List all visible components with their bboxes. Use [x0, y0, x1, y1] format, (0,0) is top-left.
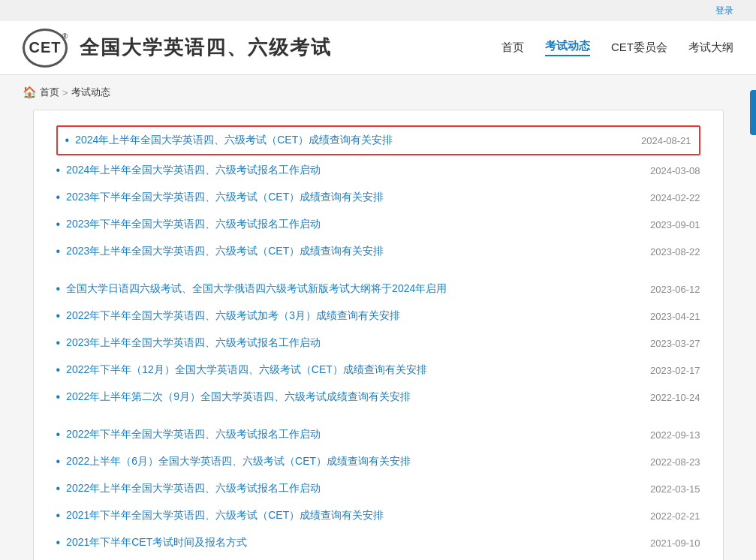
bullet-icon: •	[56, 283, 61, 295]
article-link[interactable]: 2023年上半年全国大学英语四、六级考试报名工作启动	[66, 336, 321, 350]
header-left: CET 全国大学英语四、六级考试	[23, 29, 332, 68]
login-link[interactable]: 登录	[715, 5, 733, 17]
article-link[interactable]: 2023年下半年全国大学英语四、六级考试（CET）成绩查询有关安排	[66, 191, 384, 204]
article-item-left: •2023年上半年全国大学英语四、六级考试（CET）成绩查询有关安排	[56, 245, 636, 258]
article-link[interactable]: 2022年下半年全国大学英语四、六级考试加考（3月）成绩查询有关安排	[66, 309, 400, 323]
article-item-left: •2022年下半年（12月）全国大学英语四、六级考试（CET）成绩查询有关安排	[56, 363, 636, 377]
nav-syllabus[interactable]: 考试大纲	[688, 41, 733, 55]
article-date: 2022-02-21	[650, 510, 700, 522]
nav-exam-news[interactable]: 考试动态	[545, 39, 590, 56]
site-title: 全国大学英语四、六级考试	[80, 35, 332, 61]
list-item: •2021年下半年CET考试时间及报名方式2021-09-10	[56, 529, 700, 556]
article-link[interactable]: 2021年下半年全国大学英语四、六级考试（CET）成绩查询有关安排	[66, 509, 384, 522]
article-item: •2022上半年（6月）全国大学英语四、六级考试（CET）成绩查询有关安排202…	[56, 448, 700, 475]
nav-home[interactable]: 首页	[501, 41, 524, 55]
bullet-icon: •	[56, 429, 61, 441]
article-link[interactable]: 2022年上半年第二次（9月）全国大学英语四、六级考试成绩查询有关安排	[66, 390, 411, 404]
article-date: 2022-09-13	[650, 429, 700, 441]
article-item-left: •2024年上半年全国大学英语四、六级考试报名工作启动	[56, 164, 636, 177]
article-list: •2024年上半年全国大学英语四、六级考试（CET）成绩查询有关安排2024-0…	[56, 125, 700, 556]
main-nav: 首页 考试动态 CET委员会 考试大纲	[501, 39, 733, 56]
article-link[interactable]: 2024年上半年全国大学英语四、六级考试报名工作启动	[66, 164, 321, 177]
list-item: •2023年上半年全国大学英语四、六级考试（CET）成绩查询有关安排2023-0…	[56, 238, 700, 265]
bullet-icon: •	[56, 310, 61, 322]
article-link[interactable]: 2022年下半年全国大学英语四、六级考试报名工作启动	[66, 428, 321, 441]
article-item-left: •2021年下半年CET考试时间及报名方式	[56, 536, 636, 549]
article-link[interactable]: 2023年上半年全国大学英语四、六级考试（CET）成绩查询有关安排	[66, 245, 384, 258]
article-item: •2022年上半年第二次（9月）全国大学英语四、六级考试成绩查询有关安排2022…	[56, 384, 700, 411]
list-item: •2021年下半年全国大学英语四、六级考试（CET）成绩查询有关安排2022-0…	[56, 502, 700, 529]
list-item: •2022年下半年全国大学英语四、六级考试加考（3月）成绩查询有关安排2023-…	[56, 303, 700, 330]
article-date: 2024-02-22	[650, 192, 700, 203]
article-link[interactable]: 2022上半年（6月）全国大学英语四、六级考试（CET）成绩查询有关安排	[66, 455, 411, 468]
article-item-left: •2022上半年（6月）全国大学英语四、六级考试（CET）成绩查询有关安排	[56, 455, 636, 468]
group-divider	[56, 265, 700, 275]
article-date: 2023-06-12	[650, 284, 700, 295]
article-date: 2022-10-24	[650, 392, 700, 403]
article-item-left: •2023年下半年全国大学英语四、六级考试报名工作启动	[56, 218, 636, 231]
article-link[interactable]: 2023年下半年全国大学英语四、六级考试报名工作启动	[66, 218, 321, 231]
article-date: 2022-03-15	[650, 483, 700, 495]
article-item: •2022年下半年（12月）全国大学英语四、六级考试（CET）成绩查询有关安排2…	[56, 357, 700, 384]
article-link[interactable]: 2024年上半年全国大学英语四、六级考试（CET）成绩查询有关安排	[75, 134, 393, 147]
article-item: •2021年下半年CET考试时间及报名方式2021-09-10	[56, 529, 700, 556]
article-item: •2023年下半年全国大学英语四、六级考试报名工作启动2023-09-01	[56, 211, 700, 238]
article-link[interactable]: 2022年下半年（12月）全国大学英语四、六级考试（CET）成绩查询有关安排	[66, 363, 427, 377]
article-date: 2024-08-21	[641, 135, 691, 146]
article-date: 2023-08-22	[650, 246, 700, 257]
article-item: •2023年上半年全国大学英语四、六级考试报名工作启动2023-03-27	[56, 330, 700, 357]
article-item-left: •2024年上半年全国大学英语四、六级考试（CET）成绩查询有关安排	[65, 134, 627, 147]
article-item-left: •2021年下半年全国大学英语四、六级考试（CET）成绩查询有关安排	[56, 509, 636, 522]
bullet-icon: •	[56, 456, 61, 468]
breadcrumb-home-link[interactable]: 首页	[40, 86, 59, 99]
article-date: 2024-03-08	[650, 165, 700, 176]
bullet-icon: •	[56, 510, 61, 522]
article-date: 2021-09-10	[650, 537, 700, 549]
list-item: •2024年上半年全国大学英语四、六级考试（CET）成绩查询有关安排2024-0…	[56, 125, 700, 155]
list-item: •2023年下半年全国大学英语四、六级考试（CET）成绩查询有关安排2024-0…	[56, 184, 700, 211]
article-date: 2022-08-23	[650, 456, 700, 468]
article-item-left: •2022年下半年全国大学英语四、六级考试报名工作启动	[56, 428, 636, 441]
bullet-icon: •	[56, 191, 61, 203]
article-item: •2021年下半年全国大学英语四、六级考试（CET）成绩查询有关安排2022-0…	[56, 502, 700, 529]
article-link[interactable]: 全国大学日语四六级考试、全国大学俄语四六级考试新版考试大纲将于2024年启用	[66, 282, 447, 296]
article-date: 2023-02-17	[650, 365, 700, 376]
nav-committee[interactable]: CET委员会	[611, 41, 667, 55]
article-item-left: •全国大学日语四六级考试、全国大学俄语四六级考试新版考试大纲将于2024年启用	[56, 282, 636, 296]
list-item: •2023年上半年全国大学英语四、六级考试报名工作启动2023-03-27	[56, 330, 700, 357]
bullet-icon: •	[56, 483, 61, 495]
article-item: •2024年上半年全国大学英语四、六级考试报名工作启动2024-03-08	[56, 157, 700, 184]
breadcrumb: 🏠 首页 > 考试动态	[0, 75, 756, 110]
article-item: •2023年下半年全国大学英语四、六级考试（CET）成绩查询有关安排2024-0…	[56, 184, 700, 211]
article-link[interactable]: 2022年上半年全国大学英语四、六级考试报名工作启动	[66, 482, 321, 495]
list-item: •2022年上半年第二次（9月）全国大学英语四、六级考试成绩查询有关安排2022…	[56, 384, 700, 411]
article-item-left: •2022年上半年全国大学英语四、六级考试报名工作启动	[56, 482, 636, 495]
article-link[interactable]: 2021年下半年CET考试时间及报名方式	[66, 536, 247, 549]
article-date: 2023-04-21	[650, 311, 700, 322]
content-card: •2024年上半年全国大学英语四、六级考试（CET）成绩查询有关安排2024-0…	[33, 110, 724, 560]
list-item: •2024年上半年全国大学英语四、六级考试报名工作启动2024-03-08	[56, 157, 700, 184]
breadcrumb-separator: >	[62, 87, 68, 98]
article-item-left: •2022年下半年全国大学英语四、六级考试加考（3月）成绩查询有关安排	[56, 309, 636, 323]
breadcrumb-current: 考试动态	[71, 86, 110, 99]
list-item: •2023年下半年全国大学英语四、六级考试报名工作启动2023-09-01	[56, 211, 700, 238]
list-item: •全国大学日语四六级考试、全国大学俄语四六级考试新版考试大纲将于2024年启用2…	[56, 275, 700, 303]
article-item: •2023年上半年全国大学英语四、六级考试（CET）成绩查询有关安排2023-0…	[56, 238, 700, 265]
article-item: •2022年上半年全国大学英语四、六级考试报名工作启动2022-03-15	[56, 475, 700, 502]
article-item: •2022年下半年全国大学英语四、六级考试加考（3月）成绩查询有关安排2023-…	[56, 303, 700, 330]
bullet-icon: •	[56, 337, 61, 349]
article-item-left: •2023年下半年全国大学英语四、六级考试（CET）成绩查询有关安排	[56, 191, 636, 204]
highlighted-article-item: •2024年上半年全国大学英语四、六级考试（CET）成绩查询有关安排2024-0…	[56, 125, 700, 155]
list-item: •2022年上半年全国大学英语四、六级考试报名工作启动2022-03-15	[56, 475, 700, 502]
top-bar: 登录	[0, 0, 756, 21]
list-item: •2022上半年（6月）全国大学英语四、六级考试（CET）成绩查询有关安排202…	[56, 448, 700, 475]
bullet-icon: •	[56, 218, 61, 230]
main-content: •2024年上半年全国大学英语四、六级考试（CET）成绩查询有关安排2024-0…	[18, 110, 739, 560]
article-item-left: •2023年上半年全国大学英语四、六级考试报名工作启动	[56, 336, 636, 350]
home-icon: 🏠	[23, 86, 37, 99]
cet-logo: CET	[23, 29, 68, 68]
article-item: •全国大学日语四六级考试、全国大学俄语四六级考试新版考试大纲将于2024年启用2…	[56, 275, 700, 303]
bullet-icon: •	[56, 391, 61, 403]
list-item: •2022年下半年全国大学英语四、六级考试报名工作启动2022-09-13	[56, 421, 700, 448]
bullet-icon: •	[56, 364, 61, 376]
